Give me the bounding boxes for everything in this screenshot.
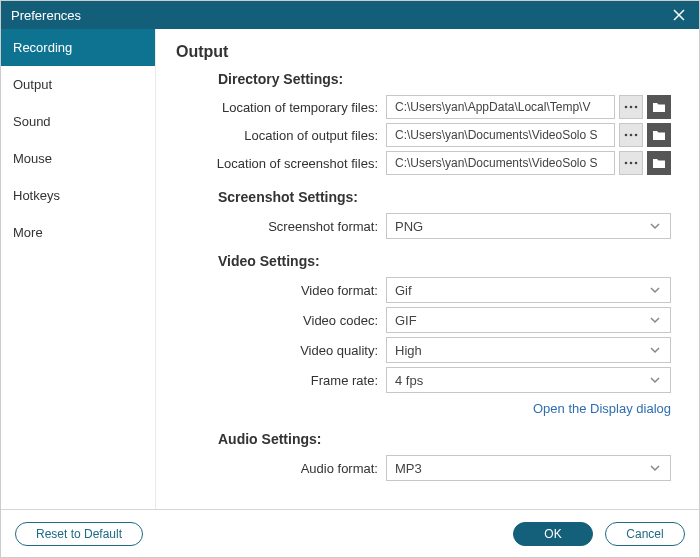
field-screenshot-format: PNG [386,213,671,239]
svg-point-4 [635,106,638,109]
label-video-codec: Video codec: [176,313,386,328]
window-title: Preferences [11,8,669,23]
section-heading-directory: Directory Settings: [218,71,671,87]
label-screenshot-location: Location of screenshot files: [176,156,386,171]
field-audio-format: MP3 [386,455,671,481]
video-format-select[interactable]: Gif [386,277,671,303]
section-heading-audio: Audio Settings: [218,431,671,447]
svg-point-3 [630,106,633,109]
row-screenshot-format: Screenshot format: PNG [176,213,671,239]
page-title: Output [176,43,671,61]
button-label: Cancel [626,527,663,541]
label-video-format: Video format: [176,283,386,298]
sidebar-item-recording[interactable]: Recording [1,29,155,66]
sidebar-item-label: Sound [13,114,51,129]
screenshot-format-select[interactable]: PNG [386,213,671,239]
select-value: High [395,343,648,358]
cancel-button[interactable]: Cancel [605,522,685,546]
close-button[interactable] [669,5,689,25]
sidebar-item-label: Mouse [13,151,52,166]
sidebar-item-sound[interactable]: Sound [1,103,155,140]
folder-icon [652,157,666,169]
sidebar-item-label: Hotkeys [13,188,60,203]
chevron-down-icon [648,461,662,475]
folder-icon [652,101,666,113]
select-value: PNG [395,219,648,234]
main-scroll[interactable]: Output Directory Settings: Location of t… [156,29,699,509]
button-label: Reset to Default [36,527,122,541]
folder-icon [652,129,666,141]
chevron-down-icon [648,313,662,327]
label-temp-location: Location of temporary files: [176,100,386,115]
select-value: GIF [395,313,648,328]
footer: Reset to Default OK Cancel [1,509,699,557]
ok-button[interactable]: OK [513,522,593,546]
chevron-down-icon [648,219,662,233]
row-temp-location: Location of temporary files: C:\Users\ya… [176,95,671,119]
reset-to-default-button[interactable]: Reset to Default [15,522,143,546]
temp-open-folder-button[interactable] [647,95,671,119]
field-temp-location: C:\Users\yan\AppData\Local\Temp\V [386,95,671,119]
label-output-location: Location of output files: [176,128,386,143]
screenshot-path-input[interactable]: C:\Users\yan\Documents\VideoSolo S [386,151,615,175]
svg-point-9 [630,162,633,165]
chevron-down-icon [648,373,662,387]
sidebar-item-output[interactable]: Output [1,66,155,103]
select-value: MP3 [395,461,648,476]
titlebar: Preferences [1,1,699,29]
chevron-down-icon [648,283,662,297]
open-display-dialog-link[interactable]: Open the Display dialog [533,401,671,416]
field-output-location: C:\Users\yan\Documents\VideoSolo S [386,123,671,147]
svg-point-2 [625,106,628,109]
button-label: OK [544,527,561,541]
row-output-location: Location of output files: C:\Users\yan\D… [176,123,671,147]
row-audio-format: Audio format: MP3 [176,455,671,481]
svg-point-5 [625,134,628,137]
frame-rate-select[interactable]: 4 fps [386,367,671,393]
audio-format-select[interactable]: MP3 [386,455,671,481]
row-frame-rate: Frame rate: 4 fps [176,367,671,393]
row-screenshot-location: Location of screenshot files: C:\Users\y… [176,151,671,175]
row-video-codec: Video codec: GIF [176,307,671,333]
sidebar-item-label: Output [13,77,52,92]
output-more-button[interactable] [619,123,643,147]
more-icon [624,105,638,109]
temp-more-button[interactable] [619,95,643,119]
video-codec-select[interactable]: GIF [386,307,671,333]
display-dialog-link-row: Open the Display dialog [176,399,671,417]
temp-path-input[interactable]: C:\Users\yan\AppData\Local\Temp\V [386,95,615,119]
label-frame-rate: Frame rate: [176,373,386,388]
section-heading-video: Video Settings: [218,253,671,269]
sidebar-item-mouse[interactable]: Mouse [1,140,155,177]
video-quality-select[interactable]: High [386,337,671,363]
chevron-down-icon [648,343,662,357]
more-icon [624,133,638,137]
main-panel: Output Directory Settings: Location of t… [156,29,699,509]
row-video-format: Video format: Gif [176,277,671,303]
svg-point-8 [625,162,628,165]
preferences-window: Preferences Recording Output Sound Mouse… [0,0,700,558]
section-heading-screenshot: Screenshot Settings: [218,189,671,205]
svg-point-10 [635,162,638,165]
sidebar: Recording Output Sound Mouse Hotkeys Mor… [1,29,156,509]
output-path-input[interactable]: C:\Users\yan\Documents\VideoSolo S [386,123,615,147]
field-screenshot-location: C:\Users\yan\Documents\VideoSolo S [386,151,671,175]
close-icon [672,8,686,22]
select-value: 4 fps [395,373,648,388]
more-icon [624,161,638,165]
label-video-quality: Video quality: [176,343,386,358]
screenshot-open-folder-button[interactable] [647,151,671,175]
label-audio-format: Audio format: [176,461,386,476]
sidebar-item-label: More [13,225,43,240]
field-frame-rate: 4 fps [386,367,671,393]
field-video-codec: GIF [386,307,671,333]
screenshot-more-button[interactable] [619,151,643,175]
select-value: Gif [395,283,648,298]
body: Recording Output Sound Mouse Hotkeys Mor… [1,29,699,509]
row-video-quality: Video quality: High [176,337,671,363]
sidebar-item-more[interactable]: More [1,214,155,251]
field-video-quality: High [386,337,671,363]
output-open-folder-button[interactable] [647,123,671,147]
sidebar-item-hotkeys[interactable]: Hotkeys [1,177,155,214]
sidebar-item-label: Recording [13,40,72,55]
